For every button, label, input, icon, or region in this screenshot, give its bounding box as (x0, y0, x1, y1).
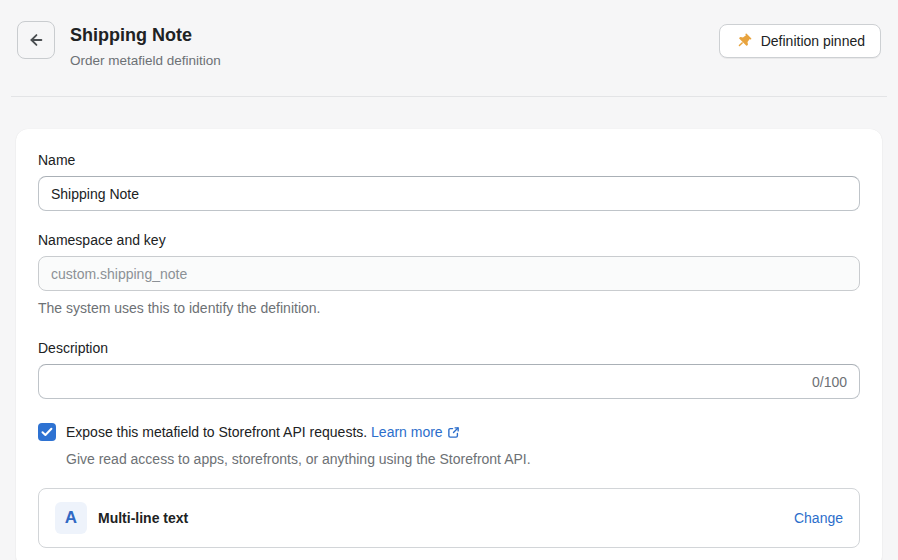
metafield-definition-page: { "header": { "title": "Shipping Note", … (0, 0, 898, 560)
change-type-link[interactable]: Change (794, 510, 843, 526)
storefront-checkbox-label: Expose this metafield to Storefront API … (66, 422, 460, 442)
description-field-group: Description 0/100 (38, 339, 860, 399)
description-label: Description (38, 339, 860, 357)
content-type-box: A Multi-line text Change (38, 488, 860, 548)
page-header: Shipping Note Order metafield definition… (0, 0, 898, 96)
name-input[interactable] (38, 176, 860, 211)
title-block: Shipping Note Order metafield definition (70, 21, 221, 69)
checkmark-icon (41, 427, 53, 437)
pinned-button-label: Definition pinned (761, 33, 865, 49)
namespace-input (38, 256, 860, 291)
multiline-text-icon: A (55, 502, 87, 534)
definition-pinned-button[interactable]: Definition pinned (719, 24, 881, 58)
name-label: Name (38, 151, 860, 169)
storefront-checkbox-row: Expose this metafield to Storefront API … (38, 422, 860, 442)
learn-more-link[interactable]: Learn more (371, 422, 460, 442)
page-subtitle: Order metafield definition (70, 53, 221, 69)
namespace-label: Namespace and key (38, 231, 860, 249)
storefront-checkbox[interactable] (38, 423, 56, 441)
storefront-access-section: Expose this metafield to Storefront API … (38, 422, 860, 468)
learn-more-label: Learn more (371, 422, 443, 442)
content-type-label: Multi-line text (98, 510, 188, 526)
header-divider (11, 96, 887, 97)
description-input[interactable] (51, 374, 812, 390)
storefront-label-text: Expose this metafield to Storefront API … (66, 424, 367, 440)
back-button[interactable] (17, 21, 55, 59)
pin-icon (735, 32, 753, 50)
storefront-help-text: Give read access to apps, storefronts, o… (38, 450, 860, 468)
page-title: Shipping Note (70, 23, 221, 47)
namespace-help-text: The system uses this to identify the def… (38, 299, 860, 317)
definition-card: Name Namespace and key The system uses t… (16, 129, 882, 560)
main-content: Name Namespace and key The system uses t… (0, 129, 898, 560)
namespace-field-group: Namespace and key The system uses this t… (38, 231, 860, 317)
external-link-icon (447, 426, 460, 439)
character-counter: 0/100 (812, 374, 847, 390)
arrow-left-icon (27, 31, 45, 49)
description-input-wrapper: 0/100 (38, 364, 860, 399)
name-field-group: Name (38, 151, 860, 211)
